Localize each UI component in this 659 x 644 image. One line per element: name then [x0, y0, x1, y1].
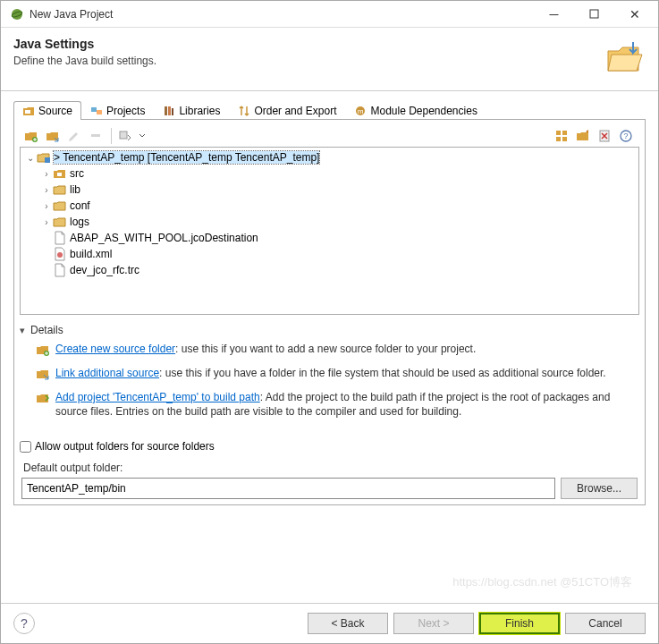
tab-libraries[interactable]: Libraries [154, 101, 229, 120]
svg-rect-4 [91, 107, 97, 112]
tree-item-label: lib [70, 183, 80, 196]
libraries-icon [163, 105, 175, 117]
detail-link[interactable]: Link additional source [55, 367, 159, 379]
tree-item-label: dev_jco_rfc.trc [70, 264, 139, 276]
expand-icon[interactable]: › [40, 185, 53, 195]
source-folder-icon [22, 105, 35, 117]
svg-rect-7 [168, 106, 171, 115]
collapse-all-button[interactable] [573, 126, 593, 146]
chevron-down-icon: ▾ [20, 325, 30, 336]
help-button[interactable]: ? [616, 126, 636, 146]
tree-item-label: conf [70, 199, 90, 212]
allow-output-folders-label[interactable]: Allow output folders for source folders [35, 440, 215, 453]
dropdown-button[interactable] [137, 126, 148, 146]
detail-text: : use this if you have a folder in the f… [159, 367, 606, 379]
back-button[interactable]: < Back [308, 613, 388, 634]
link-source-button[interactable] [43, 126, 63, 146]
close-button[interactable]: ✕ [614, 2, 655, 27]
detail-icon [36, 391, 50, 405]
finish-button[interactable]: Finish [479, 613, 560, 634]
tree-item[interactable]: ›logs [24, 214, 635, 230]
tree-item-label: logs [70, 216, 89, 228]
default-output-label: Default output folder: [23, 462, 639, 474]
clear-button[interactable] [595, 126, 614, 146]
expand-icon[interactable]: › [40, 217, 53, 227]
source-tree[interactable]: ⌄ > TencentAP_temp [TencentAP_temp Tence… [20, 147, 639, 315]
expand-icon[interactable]: › [40, 201, 53, 211]
svg-rect-5 [97, 110, 102, 114]
svg-rect-15 [562, 131, 567, 135]
tree-item[interactable]: ›src [24, 165, 635, 182]
tree-item[interactable]: ›conf [24, 198, 635, 214]
tree-item[interactable]: build.xml [24, 246, 635, 262]
expand-all-button[interactable] [552, 126, 571, 146]
default-output-input[interactable] [21, 478, 555, 499]
svg-rect-13 [120, 131, 127, 139]
source-toolbar: ? [20, 125, 639, 147]
next-button: Next > [393, 613, 474, 634]
allow-output-folders-checkbox[interactable] [20, 441, 31, 453]
detail-icon [36, 343, 50, 357]
wizard-header: Java Settings Define the Java build sett… [1, 28, 658, 91]
expand-icon[interactable]: › [40, 169, 53, 179]
module-icon: m [354, 105, 367, 117]
maximize-button[interactable] [574, 2, 614, 27]
svg-rect-16 [556, 137, 561, 141]
detail-item: Link additional source: use this if you … [36, 366, 639, 381]
detail-link[interactable]: Create new source folder [55, 343, 175, 355]
svg-text:?: ? [623, 131, 628, 140]
tab-order-export[interactable]: Order and Export [229, 101, 345, 120]
remove-button[interactable] [86, 126, 106, 146]
tab-projects[interactable]: Projects [81, 101, 154, 120]
page-title: Java Settings [13, 37, 603, 51]
browse-button[interactable]: Browse... [561, 478, 638, 499]
cancel-button[interactable]: Cancel [565, 613, 646, 634]
eclipse-icon [10, 7, 24, 21]
svg-text:m: m [358, 107, 364, 115]
package-icon [53, 166, 67, 181]
svg-rect-17 [562, 137, 567, 141]
help-icon[interactable]: ? [13, 613, 35, 634]
details-section: ▾ Details Create new source folder: use … [20, 324, 639, 428]
tree-item[interactable]: ABAP_AS_WITH_POOL.jcoDestination [24, 230, 635, 246]
svg-rect-12 [91, 134, 100, 137]
project-icon [37, 150, 51, 165]
svg-rect-6 [165, 106, 167, 115]
add-folder-button[interactable] [21, 126, 41, 146]
edit-button[interactable] [64, 126, 84, 146]
detail-icon [36, 367, 50, 381]
collapse-icon[interactable]: ⌄ [24, 153, 37, 163]
folder-open-icon [603, 37, 646, 80]
details-toggle[interactable]: ▾ Details [20, 324, 639, 336]
wizard-footer: ? < Back Next > Finish Cancel [1, 603, 658, 643]
tree-item[interactable]: dev_jco_rfc.trc [24, 262, 635, 278]
tab-module-dependencies[interactable]: m Module Dependencies [345, 101, 486, 120]
page-subtitle: Define the Java build settings. [13, 55, 603, 67]
tree-item[interactable]: ›lib [24, 182, 635, 198]
folder-icon [53, 215, 67, 229]
tree-item-label: ABAP_AS_WITH_POOL.jcoDestination [70, 232, 258, 244]
titlebar: New Java Project ─ ✕ [1, 1, 658, 28]
file-icon [53, 263, 67, 277]
detail-link[interactable]: Add project 'TencentAP_temp' to build pa… [55, 391, 260, 403]
svg-rect-21 [45, 157, 50, 163]
svg-rect-14 [556, 131, 561, 135]
svg-rect-3 [25, 110, 30, 114]
file-icon [53, 231, 67, 245]
tree-item-label: src [70, 167, 84, 180]
detail-item: Add project 'TencentAP_temp' to build pa… [36, 390, 639, 419]
detail-text: : use this if you want to add a new sour… [175, 343, 476, 355]
detail-item: Create new source folder: use this if yo… [36, 342, 639, 357]
tree-item-label: build.xml [70, 248, 112, 260]
projects-icon [90, 105, 103, 117]
folder-icon [53, 199, 67, 213]
window-title: New Java Project [30, 8, 534, 21]
svg-rect-2 [590, 10, 598, 18]
ant-icon [53, 247, 67, 261]
minimize-button[interactable]: ─ [534, 2, 574, 27]
folder-icon [53, 182, 67, 197]
toggle-button[interactable] [115, 126, 135, 146]
svg-rect-22 [57, 173, 62, 176]
tab-source[interactable]: Source [13, 101, 81, 120]
tree-root[interactable]: ⌄ > TencentAP_temp [TencentAP_temp Tence… [24, 149, 635, 165]
